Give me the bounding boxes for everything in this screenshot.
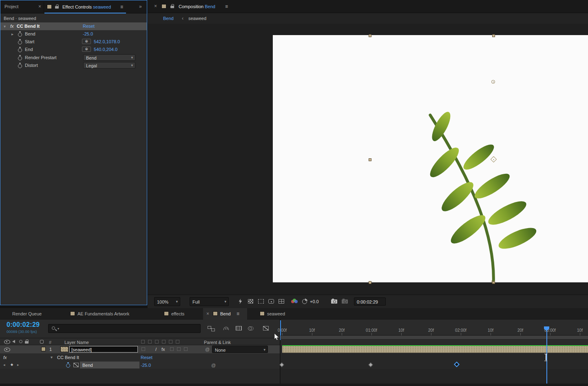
region-of-interest-icon[interactable] (258, 299, 264, 304)
tab-composition[interactable]: Composition Bend (179, 4, 215, 9)
transparency-grid-icon[interactable] (248, 299, 253, 304)
property-row-start[interactable]: Start ⊕ 542.0,1078.0 (0, 38, 147, 46)
selection-handle[interactable] (369, 158, 371, 161)
fast-previews-icon[interactable] (239, 299, 242, 304)
switch-icon[interactable] (177, 347, 181, 351)
layer-visibility-icon[interactable] (4, 348, 10, 351)
effect-header-row[interactable]: ▾ fx CC Bend It Reset (0, 22, 147, 30)
overflow-chevrons-icon[interactable]: » (139, 4, 142, 9)
layer-name-column-header[interactable]: Layer Name (64, 340, 89, 345)
switch-icon[interactable] (184, 347, 188, 351)
property-value[interactable]: -25.0 (141, 363, 151, 368)
tab-effects[interactable]: effects (171, 312, 184, 316)
comp-canvas[interactable] (273, 35, 588, 282)
reset-link[interactable]: Reset (83, 24, 95, 29)
stopwatch-icon[interactable] (18, 31, 22, 36)
distort-dropdown[interactable]: Legal ▾ (83, 62, 135, 69)
current-time-display[interactable]: 0:00:02:29 (7, 322, 40, 328)
property-row-bend[interactable]: ▸ Bend -25.0 (0, 30, 147, 38)
exposure-value[interactable]: +0.0 (310, 299, 319, 304)
tab-close-icon[interactable]: × (206, 311, 209, 316)
tab-seaweed[interactable]: seaweed (267, 312, 285, 316)
panel-menu-icon[interactable]: ≡ (237, 311, 239, 316)
point-target-button[interactable]: ⊕ (82, 47, 91, 52)
snapshot-icon[interactable] (331, 299, 337, 304)
property-row-render-prestart[interactable]: Render Prestart Bend ▾ (0, 54, 147, 62)
tab-project-close-icon[interactable]: × (38, 4, 41, 9)
show-channel-icon[interactable] (291, 299, 298, 304)
tab-project[interactable]: Project (4, 4, 18, 9)
selection-handle[interactable] (369, 34, 371, 37)
motion-blur-icon[interactable] (248, 326, 254, 331)
effects-switch-icon[interactable]: fx (161, 347, 165, 352)
search-input[interactable]: ▾ (48, 324, 201, 333)
pick-whip-icon[interactable]: @ (205, 347, 210, 352)
twirl-open-icon[interactable]: ▾ (51, 355, 53, 359)
stopwatch-icon[interactable] (18, 63, 22, 68)
lock-icon[interactable] (55, 4, 59, 9)
property-value[interactable]: -25.0 (83, 32, 93, 36)
work-area-bar[interactable] (281, 335, 588, 339)
fx-badge-icon[interactable]: fx (10, 24, 14, 29)
tab-effect-controls[interactable]: Effect Controls seaweed ≡ (44, 0, 126, 13)
panel-menu-icon[interactable]: ≡ (225, 4, 228, 9)
property-row-distort[interactable]: Distort Legal ▾ (0, 62, 147, 69)
preview-time-field[interactable]: 0:00:02:29 (354, 297, 386, 306)
timeline-effect-row[interactable]: fx ▾ CC Bend It Reset (0, 353, 280, 361)
selection-handle[interactable] (492, 34, 495, 37)
frame-blending-icon[interactable] (236, 326, 242, 331)
stopwatch-icon[interactable] (18, 55, 22, 60)
layer-name-input[interactable]: [seaweed] (69, 346, 138, 353)
effect-point-end[interactable] (491, 80, 495, 84)
graph-editor-icon[interactable] (263, 326, 269, 331)
label-color-swatch[interactable] (41, 347, 46, 351)
stopwatch-icon[interactable] (18, 47, 22, 52)
stopwatch-icon[interactable] (66, 362, 71, 367)
breadcrumb-layer[interactable]: seaweed (188, 16, 206, 21)
property-name-cell[interactable]: Bend (80, 362, 139, 368)
timeline-property-row[interactable]: ◂ ◆ ▸ Bend -25.0 @ (0, 361, 280, 369)
time-ruler[interactable]: 0:00f 10f 20f 01:00f 10f 20f 02:00f 10f … (281, 326, 588, 335)
selection-handle[interactable] (369, 281, 371, 284)
reset-exposure-icon[interactable] (302, 299, 307, 304)
tab-ae-fundamentals-artwork[interactable]: AE Fundamentals Artwork (77, 312, 129, 316)
resolution-select[interactable]: Full ▾ (190, 297, 229, 306)
twirl-closed-icon[interactable]: ▸ (11, 32, 13, 36)
pick-whip-icon[interactable]: @ (211, 363, 216, 368)
parent-link-column-header[interactable]: Parent & Link (204, 340, 231, 345)
timeline-bottom-strip[interactable] (0, 384, 588, 386)
zoom-select[interactable]: 100% ▾ (154, 297, 180, 306)
effect-point-start[interactable] (491, 280, 495, 284)
property-value[interactable]: 542.0,1078.0 (94, 40, 120, 44)
switch-icon[interactable] (170, 347, 174, 351)
show-snapshot-icon[interactable] (342, 299, 348, 304)
layer-row[interactable]: 1 [seaweed] / fx @ None ▾ (0, 345, 280, 353)
stopwatch-icon[interactable] (18, 39, 22, 44)
shy-layers-icon[interactable] (223, 327, 229, 330)
twirl-open-icon[interactable]: ▾ (4, 24, 6, 29)
safe-zones-icon[interactable] (279, 299, 284, 304)
collapse-switch-icon[interactable] (141, 347, 145, 351)
breadcrumb-comp[interactable]: Bend (163, 16, 174, 21)
parent-link-select[interactable]: None ▾ (212, 346, 268, 353)
render-prestart-dropdown[interactable]: Bend ▾ (83, 54, 135, 61)
reset-link[interactable]: Reset (141, 355, 153, 360)
quality-switch-icon[interactable]: / (155, 347, 157, 352)
property-track-row[interactable] (281, 361, 588, 369)
tab-bend[interactable]: × Bend ≡ (203, 308, 247, 319)
property-row-end[interactable]: End ⊕ 540.0,204.0 (0, 46, 147, 53)
effect-name[interactable]: CC Bend It (57, 355, 79, 360)
tab-render-queue[interactable]: Render Queue (12, 312, 42, 316)
tab-close-icon[interactable]: × (154, 4, 157, 9)
keyframe-add-icon[interactable]: ◆ (11, 363, 13, 366)
property-graph-icon[interactable] (73, 363, 79, 367)
keyframe-next-icon[interactable]: ▸ (17, 363, 19, 367)
keyframe-prev-icon[interactable]: ◂ (3, 363, 5, 367)
mini-flowchart-icon[interactable] (208, 326, 214, 331)
property-value[interactable]: 540.0,204.0 (94, 47, 117, 52)
point-target-button[interactable]: ⊕ (82, 39, 91, 44)
mask-visibility-icon[interactable] (268, 299, 274, 304)
layer-duration-bar[interactable] (282, 346, 588, 353)
lock-icon[interactable] (170, 4, 174, 8)
panel-menu-icon[interactable]: ≡ (120, 4, 123, 9)
